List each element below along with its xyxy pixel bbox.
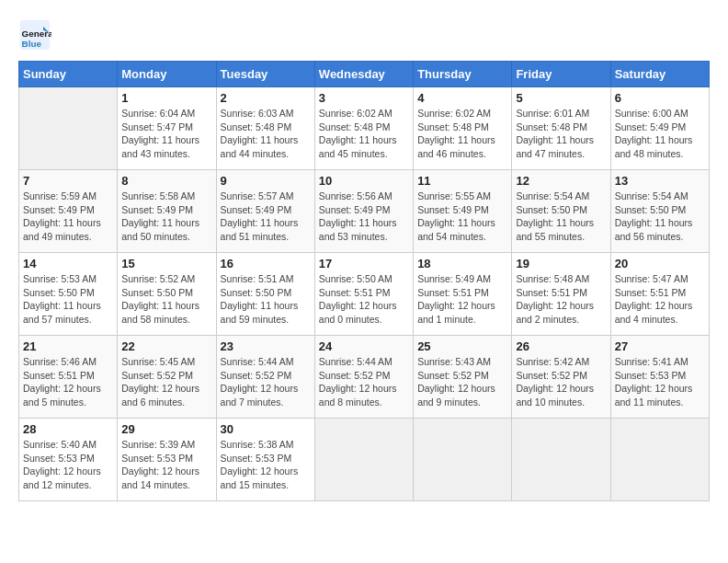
day-cell: 16Sunrise: 5:51 AM Sunset: 5:50 PM Dayli… <box>216 253 314 336</box>
day-cell: 11Sunrise: 5:55 AM Sunset: 5:49 PM Dayli… <box>414 170 512 253</box>
day-number: 10 <box>319 174 409 188</box>
day-info: Sunrise: 5:55 AM Sunset: 5:49 PM Dayligh… <box>417 190 507 244</box>
day-info: Sunrise: 5:48 AM Sunset: 5:51 PM Dayligh… <box>516 272 606 327</box>
day-number: 9 <box>221 174 311 188</box>
day-info: Sunrise: 6:00 AM Sunset: 5:49 PM Dayligh… <box>615 107 705 161</box>
header-cell-sunday: Sunday <box>19 62 118 87</box>
day-cell <box>512 419 610 501</box>
day-cell: 26Sunrise: 5:42 AM Sunset: 5:52 PM Dayli… <box>512 336 610 419</box>
day-info: Sunrise: 5:40 AM Sunset: 5:53 PM Dayligh… <box>23 438 113 492</box>
day-cell: 25Sunrise: 5:43 AM Sunset: 5:52 PM Dayli… <box>414 336 512 419</box>
day-number: 27 <box>615 339 705 353</box>
day-number: 6 <box>615 91 705 105</box>
day-cell <box>414 419 512 501</box>
day-info: Sunrise: 5:49 AM Sunset: 5:51 PM Dayligh… <box>417 272 507 327</box>
day-number: 16 <box>221 257 311 270</box>
day-cell <box>314 419 413 501</box>
day-info: Sunrise: 5:51 AM Sunset: 5:50 PM Dayligh… <box>221 272 311 327</box>
day-cell: 4Sunrise: 6:02 AM Sunset: 5:48 PM Daylig… <box>414 87 512 170</box>
day-number: 22 <box>121 339 211 353</box>
header-cell-monday: Monday <box>118 62 216 87</box>
day-number: 28 <box>23 422 113 436</box>
day-info: Sunrise: 5:54 AM Sunset: 5:50 PM Dayligh… <box>615 190 705 244</box>
day-number: 26 <box>516 339 606 353</box>
day-number: 13 <box>615 174 705 188</box>
day-number: 21 <box>23 339 113 353</box>
day-cell <box>19 87 118 170</box>
day-number: 18 <box>417 257 507 270</box>
day-cell: 13Sunrise: 5:54 AM Sunset: 5:50 PM Dayli… <box>610 170 709 253</box>
day-cell: 18Sunrise: 5:49 AM Sunset: 5:51 PM Dayli… <box>414 253 512 336</box>
week-row-1: 1Sunrise: 6:04 AM Sunset: 5:47 PM Daylig… <box>19 87 710 170</box>
header-cell-saturday: Saturday <box>610 62 709 87</box>
week-row-3: 14Sunrise: 5:53 AM Sunset: 5:50 PM Dayli… <box>19 253 710 336</box>
day-cell: 7Sunrise: 5:59 AM Sunset: 5:49 PM Daylig… <box>19 170 118 253</box>
day-number: 15 <box>121 257 211 270</box>
day-number: 3 <box>319 91 409 105</box>
week-row-5: 28Sunrise: 5:40 AM Sunset: 5:53 PM Dayli… <box>19 419 710 501</box>
day-number: 23 <box>221 339 311 353</box>
svg-text:General: General <box>22 29 51 39</box>
day-info: Sunrise: 5:59 AM Sunset: 5:49 PM Dayligh… <box>23 190 113 244</box>
header-row: SundayMondayTuesdayWednesdayThursdayFrid… <box>19 62 710 87</box>
calendar-table: SundayMondayTuesdayWednesdayThursdayFrid… <box>18 61 710 501</box>
header-cell-wednesday: Wednesday <box>314 62 413 87</box>
day-cell: 5Sunrise: 6:01 AM Sunset: 5:48 PM Daylig… <box>512 87 610 170</box>
day-cell: 14Sunrise: 5:53 AM Sunset: 5:50 PM Dayli… <box>19 253 118 336</box>
day-number: 30 <box>221 422 311 436</box>
day-cell: 12Sunrise: 5:54 AM Sunset: 5:50 PM Dayli… <box>512 170 610 253</box>
day-cell: 8Sunrise: 5:58 AM Sunset: 5:49 PM Daylig… <box>118 170 216 253</box>
calendar-body: 1Sunrise: 6:04 AM Sunset: 5:47 PM Daylig… <box>19 87 710 501</box>
day-info: Sunrise: 5:50 AM Sunset: 5:51 PM Dayligh… <box>319 272 409 327</box>
week-row-4: 21Sunrise: 5:46 AM Sunset: 5:51 PM Dayli… <box>19 336 710 419</box>
day-number: 7 <box>23 174 113 188</box>
week-row-2: 7Sunrise: 5:59 AM Sunset: 5:49 PM Daylig… <box>19 170 710 253</box>
day-number: 1 <box>121 91 211 105</box>
day-cell: 21Sunrise: 5:46 AM Sunset: 5:51 PM Dayli… <box>19 336 118 419</box>
day-cell: 22Sunrise: 5:45 AM Sunset: 5:52 PM Dayli… <box>118 336 216 419</box>
day-cell: 2Sunrise: 6:03 AM Sunset: 5:48 PM Daylig… <box>216 87 314 170</box>
header-cell-friday: Friday <box>512 62 610 87</box>
day-cell: 19Sunrise: 5:48 AM Sunset: 5:51 PM Dayli… <box>512 253 610 336</box>
day-number: 12 <box>516 174 606 188</box>
day-cell: 1Sunrise: 6:04 AM Sunset: 5:47 PM Daylig… <box>118 87 216 170</box>
day-info: Sunrise: 5:47 AM Sunset: 5:51 PM Dayligh… <box>615 272 705 327</box>
day-info: Sunrise: 5:56 AM Sunset: 5:49 PM Dayligh… <box>319 190 409 244</box>
day-info: Sunrise: 5:38 AM Sunset: 5:53 PM Dayligh… <box>221 438 311 492</box>
day-info: Sunrise: 5:45 AM Sunset: 5:52 PM Dayligh… <box>121 355 211 409</box>
header-cell-tuesday: Tuesday <box>216 62 314 87</box>
day-info: Sunrise: 6:01 AM Sunset: 5:48 PM Dayligh… <box>516 107 606 161</box>
day-number: 24 <box>319 339 409 353</box>
day-number: 2 <box>221 91 311 105</box>
day-number: 11 <box>417 174 507 188</box>
day-cell: 17Sunrise: 5:50 AM Sunset: 5:51 PM Dayli… <box>314 253 413 336</box>
day-number: 5 <box>516 91 606 105</box>
day-info: Sunrise: 5:46 AM Sunset: 5:51 PM Dayligh… <box>23 355 113 409</box>
day-number: 8 <box>121 174 211 188</box>
day-cell: 24Sunrise: 5:44 AM Sunset: 5:52 PM Dayli… <box>314 336 413 419</box>
day-cell: 28Sunrise: 5:40 AM Sunset: 5:53 PM Dayli… <box>19 419 118 501</box>
day-info: Sunrise: 5:52 AM Sunset: 5:50 PM Dayligh… <box>121 272 211 327</box>
day-cell: 9Sunrise: 5:57 AM Sunset: 5:49 PM Daylig… <box>216 170 314 253</box>
day-info: Sunrise: 5:42 AM Sunset: 5:52 PM Dayligh… <box>516 355 606 409</box>
day-number: 25 <box>417 339 507 353</box>
day-cell: 27Sunrise: 5:41 AM Sunset: 5:53 PM Dayli… <box>610 336 709 419</box>
day-info: Sunrise: 6:02 AM Sunset: 5:48 PM Dayligh… <box>319 107 409 161</box>
day-number: 17 <box>319 257 409 270</box>
header: General Blue <box>18 18 710 52</box>
day-info: Sunrise: 5:43 AM Sunset: 5:52 PM Dayligh… <box>417 355 507 409</box>
day-number: 19 <box>516 257 606 270</box>
day-info: Sunrise: 6:02 AM Sunset: 5:48 PM Dayligh… <box>417 107 507 161</box>
day-info: Sunrise: 6:04 AM Sunset: 5:47 PM Dayligh… <box>121 107 211 161</box>
day-cell: 3Sunrise: 6:02 AM Sunset: 5:48 PM Daylig… <box>314 87 413 170</box>
day-number: 4 <box>417 91 507 105</box>
day-info: Sunrise: 5:53 AM Sunset: 5:50 PM Dayligh… <box>23 272 113 327</box>
day-cell: 15Sunrise: 5:52 AM Sunset: 5:50 PM Dayli… <box>118 253 216 336</box>
calendar-header: SundayMondayTuesdayWednesdayThursdayFrid… <box>19 62 710 87</box>
logo-icon: General Blue <box>18 18 51 52</box>
day-info: Sunrise: 5:54 AM Sunset: 5:50 PM Dayligh… <box>516 190 606 244</box>
day-cell: 6Sunrise: 6:00 AM Sunset: 5:49 PM Daylig… <box>610 87 709 170</box>
day-info: Sunrise: 5:58 AM Sunset: 5:49 PM Dayligh… <box>121 190 211 244</box>
day-info: Sunrise: 5:39 AM Sunset: 5:53 PM Dayligh… <box>121 438 211 492</box>
day-cell: 20Sunrise: 5:47 AM Sunset: 5:51 PM Dayli… <box>610 253 709 336</box>
